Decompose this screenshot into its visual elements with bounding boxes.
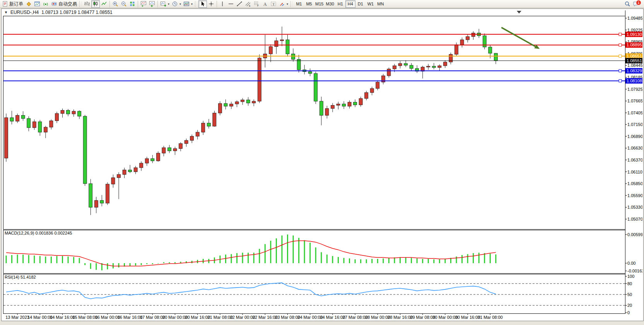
toolbar-grip	[79, 1, 82, 7]
timeframe-m1-button[interactable]: M1	[294, 0, 304, 8]
notifications-button[interactable]: 1	[632, 0, 640, 8]
price-tick-label: 1.07665	[627, 99, 642, 103]
macd-histogram-bar	[309, 243, 311, 263]
toolbar-separator	[217, 1, 217, 7]
chart-dropdown-icon[interactable]: ▼	[4, 10, 8, 14]
candle-bullish	[443, 62, 447, 66]
indicator-window-button[interactable]	[148, 0, 156, 8]
tile-windows-button[interactable]	[128, 0, 137, 8]
chart-shift-marker[interactable]	[517, 11, 521, 14]
macd-histogram-bar	[433, 259, 434, 263]
arrows-button[interactable]: ▾	[278, 0, 289, 8]
price-line-label: 1.08329	[627, 68, 642, 73]
candle-bullish	[460, 40, 464, 45]
macd-tick-label: 0.00	[627, 261, 635, 265]
macd-histogram-bar	[265, 244, 266, 263]
search-button[interactable]	[623, 0, 632, 8]
toolbar-grip	[195, 1, 197, 7]
macd-histogram-bar	[405, 257, 407, 263]
zoom-out-icon	[121, 1, 127, 7]
line-handle[interactable]	[619, 70, 622, 72]
macd-histogram-bar	[495, 254, 496, 263]
candle-bearish	[207, 123, 210, 126]
candle-bullish	[72, 111, 75, 114]
fibonacci-button[interactable]: F	[252, 0, 261, 8]
svg-text:F: F	[257, 4, 259, 7]
candle-bullish	[466, 37, 470, 40]
chart-title: ▼ EURUSD-,H4 1.08713 1.08719 1.08477 1.0…	[4, 10, 113, 15]
macd-histogram-bar	[73, 257, 74, 263]
timeframe-d1-button[interactable]: D1	[355, 0, 366, 8]
macd-histogram-bar	[315, 247, 316, 263]
line-handle[interactable]	[619, 55, 622, 58]
candle-bullish	[50, 121, 53, 127]
macd-histogram-bar	[383, 259, 384, 263]
price-tick-label: 1.06370	[627, 158, 642, 162]
candle-bullish	[348, 102, 351, 106]
auto-trading-button[interactable]: 自动交易	[50, 0, 78, 8]
macd-histogram-bar	[371, 259, 372, 263]
candle-bullish	[106, 184, 109, 203]
chart-window-button[interactable]	[33, 0, 41, 8]
timeframe-m5-button[interactable]: M5	[304, 0, 314, 8]
line-handle[interactable]	[619, 80, 622, 82]
timeframe-m30-button[interactable]: M30	[325, 0, 335, 8]
price-tick-label: 1.06890	[627, 134, 642, 139]
chart-symbol-period: EURUSD-,H4	[10, 10, 39, 15]
price-chart[interactable]: 1.094851.092251.089651.087051.084451.081…	[2, 9, 642, 320]
macd-histogram-bar	[39, 256, 41, 263]
zoom-out-button[interactable]	[120, 0, 128, 8]
macd-histogram-bar	[428, 259, 429, 263]
text-label-button[interactable]: T	[269, 0, 278, 8]
macd-histogram-bar	[287, 235, 288, 263]
timeframe-m15-button[interactable]: M15	[314, 0, 325, 8]
macd-histogram-bar	[96, 263, 97, 270]
candle-bearish	[100, 201, 104, 203]
timeframe-mn-button[interactable]: MN	[376, 0, 386, 8]
trendline-button[interactable]	[235, 0, 244, 8]
candle-bearish	[432, 66, 436, 68]
new-chart-button[interactable]: ▾	[159, 0, 171, 8]
candle-bullish	[325, 109, 329, 116]
zoom-in-button[interactable]	[111, 0, 120, 8]
svg-text:T: T	[273, 2, 275, 6]
chevron-down-icon: ▾	[168, 2, 169, 6]
line-chart-button[interactable]	[100, 0, 108, 8]
horizontal-line-button[interactable]	[227, 0, 235, 8]
date-tick-label: 16 Mar 00:00	[95, 315, 120, 320]
price-tick-label: 1.05070	[627, 217, 642, 221]
vertical-line-button[interactable]	[218, 0, 227, 8]
timeframe-h1-button[interactable]: H1	[335, 0, 345, 8]
macd-histogram-bar	[366, 259, 367, 263]
text-button[interactable]: A	[261, 0, 269, 8]
new-order-button[interactable]: 新订单	[1, 0, 24, 8]
indicator-list-button[interactable]	[139, 0, 148, 8]
signal-button[interactable]	[41, 0, 50, 8]
line-handle[interactable]	[619, 33, 622, 36]
arrows-icon	[279, 1, 285, 7]
template-button[interactable]: ▾	[182, 0, 194, 8]
equidistant-channel-button[interactable]: E	[244, 0, 252, 8]
candlestick-chart-button[interactable]	[91, 0, 100, 8]
price-line-label: 1.09130	[627, 32, 642, 37]
date-tick-label: 21 Mar 08:00	[207, 315, 232, 320]
timeframe-h4-button[interactable]: H4	[345, 0, 355, 8]
bar-chart-button[interactable]	[83, 0, 91, 8]
macd-histogram-bar	[461, 255, 463, 263]
zoom-in-icon	[112, 1, 118, 7]
timeframe-w1-button[interactable]: W1	[366, 0, 376, 8]
equidistant-channel-icon: E	[245, 1, 251, 7]
market-watch-button[interactable]	[24, 0, 33, 8]
candle-bullish	[275, 41, 278, 46]
macd-histogram-bar	[259, 249, 260, 263]
notification-badge: 1	[636, 0, 641, 5]
line-handle[interactable]	[619, 44, 622, 46]
macd-histogram-bar	[360, 259, 361, 263]
rsi-tick-label: 20	[627, 303, 632, 308]
cursor-button[interactable]	[198, 0, 207, 8]
period-button[interactable]: ▾	[171, 0, 182, 8]
candle-bullish	[140, 163, 143, 168]
toolbar-separator	[157, 1, 158, 7]
crosshair-button[interactable]	[207, 0, 215, 8]
chart-ohlc-values: 1.08713 1.08719 1.08477 1.08551	[41, 10, 113, 15]
